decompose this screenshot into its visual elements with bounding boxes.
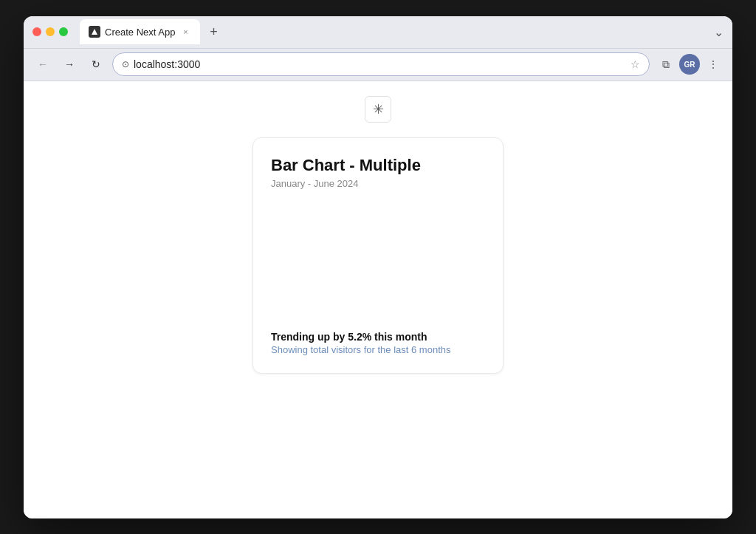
profile-button[interactable]: GR bbox=[679, 54, 700, 75]
menu-button[interactable]: ⋮ bbox=[703, 54, 724, 75]
title-bar: Create Next App × + ⌄ bbox=[24, 16, 732, 49]
tab-favicon bbox=[89, 26, 100, 38]
browser-window: Create Next App × + ⌄ ← → ↻ ⊙ localhost:… bbox=[24, 16, 732, 518]
bar-chart bbox=[271, 204, 485, 322]
window-chevron[interactable]: ⌄ bbox=[714, 25, 724, 39]
chart-footer-title: Trending up by 5.2% this month bbox=[271, 331, 485, 343]
chart-card: Bar Chart - Multiple January - June 2024… bbox=[252, 137, 504, 374]
maximize-traffic-light[interactable] bbox=[59, 27, 68, 36]
chart-footer-sub: Showing total visitors for the last 6 mo… bbox=[271, 344, 485, 355]
url-text: localhost:3000 bbox=[134, 58, 626, 70]
address-bar-row: ← → ↻ ⊙ localhost:3000 ☆ ⧉ GR ⋮ bbox=[24, 49, 732, 81]
back-button[interactable]: ← bbox=[32, 54, 53, 75]
forward-button[interactable]: → bbox=[59, 54, 80, 75]
bookmark-icon[interactable]: ☆ bbox=[630, 58, 640, 70]
tab-title: Create Next App bbox=[105, 27, 175, 38]
svg-marker-0 bbox=[92, 29, 97, 35]
browser-actions: ⧉ GR ⋮ bbox=[656, 54, 724, 75]
theme-toggle-button[interactable]: ✳ bbox=[365, 96, 391, 123]
extensions-button[interactable]: ⧉ bbox=[656, 54, 676, 75]
tab-bar: Create Next App × + bbox=[80, 19, 708, 44]
chart-subtitle: January - June 2024 bbox=[271, 178, 485, 189]
address-bar[interactable]: ⊙ localhost:3000 ☆ bbox=[112, 52, 650, 76]
bars-container bbox=[271, 204, 485, 322]
new-tab-button[interactable]: + bbox=[203, 21, 224, 42]
lock-icon: ⊙ bbox=[122, 59, 129, 69]
reload-button[interactable]: ↻ bbox=[86, 54, 106, 75]
page-content: ✳ Bar Chart - Multiple January - June 20… bbox=[24, 81, 732, 518]
traffic-lights bbox=[32, 27, 68, 36]
tab-close-button[interactable]: × bbox=[179, 26, 191, 38]
minimize-traffic-light[interactable] bbox=[46, 27, 55, 36]
active-tab[interactable]: Create Next App × bbox=[80, 19, 200, 44]
chart-title: Bar Chart - Multiple bbox=[271, 156, 485, 175]
close-traffic-light[interactable] bbox=[32, 27, 41, 36]
